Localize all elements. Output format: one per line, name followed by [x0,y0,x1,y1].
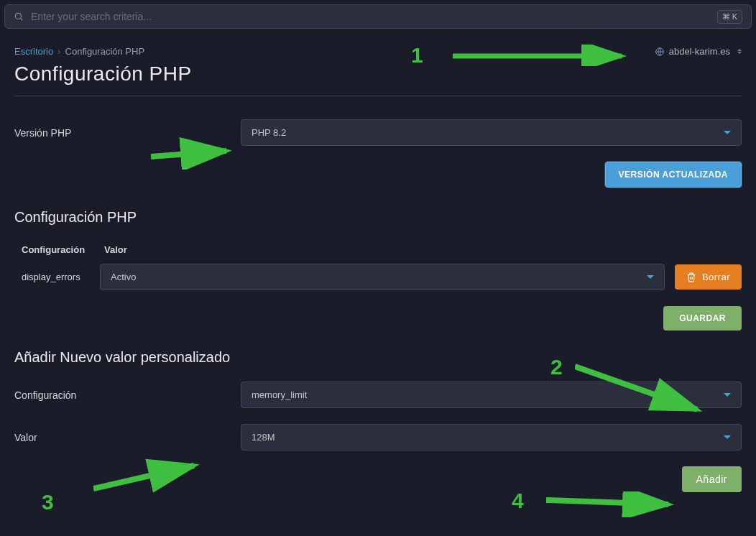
sort-icon [737,49,742,54]
delete-label: Borrar [702,272,730,282]
chevron-down-icon [647,275,654,279]
trash-icon [686,272,696,282]
globe-icon [655,47,665,57]
delete-button[interactable]: Borrar [675,264,742,290]
breadcrumb-current: Configuración PHP [65,46,145,57]
chevron-down-icon [724,393,731,397]
php-version-label: Versión PHP [14,127,241,139]
breadcrumb-home[interactable]: Escritorio [14,46,53,57]
domain-name: abdel-karim.es [669,46,730,57]
add-config-select[interactable]: memory_limit [241,382,742,408]
column-value: Valor [104,244,127,255]
save-button[interactable]: GUARDAR [663,306,742,331]
php-version-select[interactable]: PHP 8.2 [241,119,742,146]
search-bar[interactable]: ⌘ K [4,4,752,29]
search-input[interactable] [31,11,717,22]
divider [14,96,742,96]
config-heading: Configuración PHP [14,209,742,226]
page-title: Configuración PHP [14,63,742,86]
config-value-select[interactable]: Activo [100,264,665,290]
update-version-button[interactable]: VERSIÓN ACTUALIZADA [605,162,742,188]
domain-selector[interactable]: abdel-karim.es [655,46,742,57]
svg-point-0 [15,13,21,19]
config-table-header: Configuración Valor [14,239,742,261]
config-value: Activo [111,272,136,282]
add-value-select[interactable]: 128M [241,424,742,450]
breadcrumb: Escritorio › Configuración PHP [14,46,144,57]
add-heading: Añadir Nuevo valor personalizado [14,349,742,366]
chevron-right-icon: › [57,46,60,57]
php-version-value: PHP 8.2 [252,127,286,138]
svg-line-1 [21,19,23,21]
chevron-down-icon [724,435,731,439]
add-value-label: Valor [14,432,241,443]
search-shortcut: ⌘ K [717,10,742,24]
search-icon [14,11,24,22]
config-name: display_errors [14,272,90,282]
add-value-value: 128M [252,432,275,443]
add-config-label: Configuración [14,389,241,401]
table-row: display_errors Activo Borrar [14,261,742,293]
chevron-down-icon [724,131,731,134]
column-config: Configuración [22,244,90,255]
add-button[interactable]: Añadir [682,466,742,492]
add-config-value: memory_limit [252,389,307,400]
